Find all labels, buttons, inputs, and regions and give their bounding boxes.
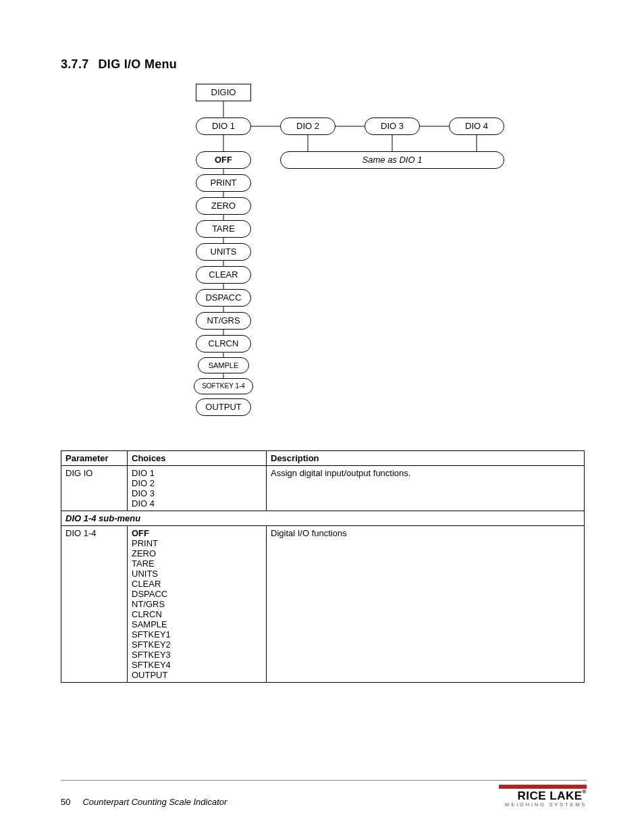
th-choices: Choices (128, 451, 267, 466)
choice-item: DSPACC (132, 589, 262, 599)
diagram-opt-ntgrs: NT/GRS (196, 312, 251, 330)
cell-desc: Assign digital input/output functions. (267, 466, 585, 511)
page-number: 50 (61, 797, 70, 807)
diagram-opt-output: OUTPUT (196, 398, 251, 416)
diagram-opt-zero: ZERO (196, 197, 251, 215)
table-submenu-row: DIO 1-4 sub-menu (61, 511, 585, 526)
diagram-opt-dspacc: DSPACC (196, 289, 251, 307)
section-heading: 3.7.7DIG I/O Menu (61, 57, 587, 72)
diagram-opt-units: UNITS (196, 243, 251, 261)
choice-item: SAMPLE (132, 619, 262, 629)
choice-item: SFTKEY4 (132, 660, 262, 670)
logo-bar (499, 785, 587, 789)
choice-item: DIO 4 (132, 498, 262, 509)
choice-item: SFTKEY2 (132, 640, 262, 650)
diagram-sameas: Same as DIO 1 (280, 151, 504, 169)
table-header-row: Parameter Choices Description (61, 451, 585, 466)
choice-item: PRINT (132, 538, 262, 548)
cell-param: DIO 1-4 (61, 526, 128, 683)
table-row: DIG IO DIO 1 DIO 2 DIO 3 DIO 4 Assign di… (61, 466, 585, 511)
cell-desc: Digital I/O functions (267, 526, 585, 683)
diagram-opt-clear: CLEAR (196, 266, 251, 284)
choice-item: TARE (132, 558, 262, 569)
cell-choices: OFF PRINT ZERO TARE UNITS CLEAR DSPACC N… (128, 526, 267, 683)
choice-item: DIO 3 (132, 488, 262, 498)
parameter-table: Parameter Choices Description DIG IO DIO… (61, 450, 585, 683)
diagram-dio1: DIO 1 (196, 118, 251, 135)
choice-item: NT/GRS (132, 599, 262, 609)
th-description: Description (267, 451, 585, 466)
choice-item: ZERO (132, 548, 262, 558)
cell-choices: DIO 1 DIO 2 DIO 3 DIO 4 (128, 466, 267, 511)
diagram-dio2: DIO 2 (280, 118, 336, 135)
diagram-opt-sample: SAMPLE (198, 357, 249, 373)
choice-item: UNITS (132, 569, 262, 579)
diagram-opt-clrcn: CLRCN (196, 335, 251, 353)
choice-item: CLEAR (132, 579, 262, 589)
logo-sub: WEIGHING SYSTEMS (499, 802, 587, 808)
diagram-opt-tare: TARE (196, 220, 251, 238)
th-parameter: Parameter (61, 451, 128, 466)
diagram-dio3: DIO 3 (365, 118, 420, 135)
logo-name: RICE LAKE® (499, 790, 587, 802)
brand-logo: RICE LAKE® WEIGHING SYSTEMS (499, 785, 587, 808)
diagram-opt-softkey: SOFTKEY 1-4 (194, 378, 253, 394)
choice-item: CLRCN (132, 609, 262, 619)
footer-divider (61, 780, 587, 781)
diagram-opt-off: OFF (196, 151, 251, 169)
section-title: DIG I/O Menu (99, 57, 178, 71)
choice-item: DIO 1 (132, 468, 262, 478)
choice-item: OFF (132, 528, 262, 538)
cell-param: DIG IO (61, 466, 128, 511)
table-row: DIO 1-4 OFF PRINT ZERO TARE UNITS CLEAR … (61, 526, 585, 683)
doc-title: Counterpart Counting Scale Indicator (82, 797, 227, 807)
choice-item: SFTKEY3 (132, 650, 262, 660)
diagram-opt-print: PRINT (196, 174, 251, 192)
diagram-root: DIGIO (196, 84, 251, 101)
diagram-dio4: DIO 4 (449, 118, 504, 135)
submenu-label: DIO 1-4 sub-menu (61, 511, 585, 526)
section-number: 3.7.7 (61, 57, 89, 71)
page-footer: 50 Counterpart Counting Scale Indicator … (61, 780, 587, 808)
menu-diagram: DIGIO DIO 1 DIO 2 DIO 3 DIO 4 OFF PRINT … (189, 84, 587, 418)
choice-item: OUTPUT (132, 670, 262, 680)
choice-item: SFTKEY1 (132, 629, 262, 640)
choice-item: DIO 2 (132, 478, 262, 488)
